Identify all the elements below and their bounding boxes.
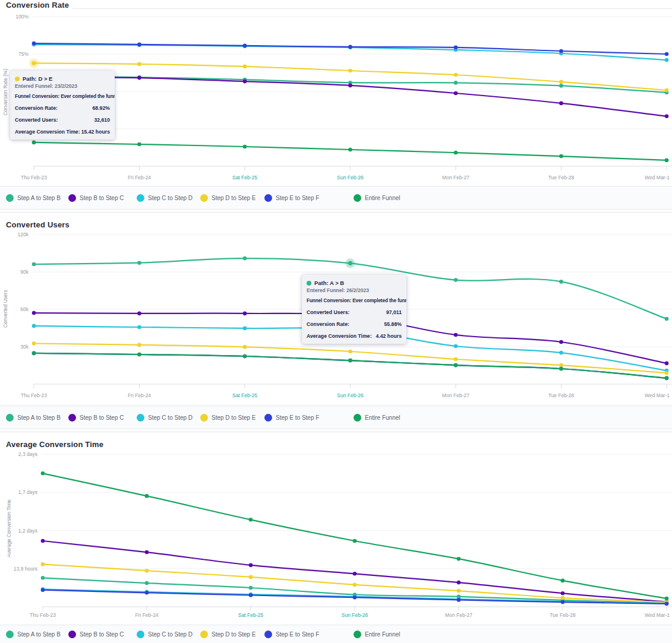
data-point-step-b-to-step-c-tue-feb-28[interactable] <box>559 340 563 344</box>
legend-item-step-e-to-step-f[interactable]: Step E to Step F <box>264 631 354 638</box>
data-point-step-e-to-step-f-fri-feb-24[interactable] <box>145 591 149 595</box>
data-point-step-e-to-step-f-wed-mar-1[interactable] <box>665 602 669 606</box>
data-point-step-d-to-step-e-sun-feb-26[interactable] <box>353 583 357 587</box>
data-point-entire-funnel-sun-feb-26[interactable] <box>353 539 357 543</box>
data-point-step-a-to-step-b-mon-feb-27[interactable] <box>454 81 458 85</box>
legend-item-step-a-to-step-b[interactable]: Step A to Step B <box>6 631 68 638</box>
data-point-step-d-to-step-e-thu-feb-23[interactable] <box>41 562 45 566</box>
data-point-step-b-to-step-c-sun-feb-26[interactable] <box>353 572 357 576</box>
data-point-entire-funnel-fri-feb-24[interactable] <box>137 353 141 357</box>
data-point-step-a-to-step-b-fri-feb-24[interactable] <box>145 581 149 585</box>
legend-item-step-d-to-step-e[interactable]: Step D to Step E <box>200 631 264 638</box>
data-point-entire-funnel-thu-feb-23[interactable] <box>32 141 36 145</box>
data-point-step-a-to-step-b-wed-mar-1[interactable] <box>665 317 669 321</box>
data-point-step-b-to-step-c-fri-feb-24[interactable] <box>137 76 141 80</box>
data-point-step-b-to-step-c-sat-feb-25[interactable] <box>249 563 253 568</box>
data-point-step-e-to-step-f-thu-feb-23[interactable] <box>32 42 36 46</box>
data-point-step-b-to-step-c-wed-mar-1[interactable] <box>665 115 669 119</box>
data-point-step-e-to-step-f-mon-feb-27[interactable] <box>457 598 461 602</box>
data-point-step-e-to-step-f-wed-mar-1[interactable] <box>665 52 669 56</box>
data-point-step-e-to-step-f-fri-feb-24[interactable] <box>137 43 141 47</box>
data-point-step-d-to-step-e-fri-feb-24[interactable] <box>137 62 141 66</box>
data-point-step-c-to-step-d-sat-feb-25[interactable] <box>243 327 247 331</box>
data-point-step-d-to-step-e-wed-mar-1[interactable] <box>665 88 669 93</box>
data-point-step-b-to-step-c-mon-feb-27[interactable] <box>454 91 458 96</box>
legend-item-step-b-to-step-c[interactable]: Step B to Step C <box>68 194 137 202</box>
legend-item-entire-funnel[interactable]: Entire Funnel <box>354 414 425 422</box>
legend-item-step-d-to-step-e[interactable]: Step D to Step E <box>200 414 264 422</box>
legend-item-step-c-to-step-d[interactable]: Step C to Step D <box>137 631 200 638</box>
data-point-entire-funnel-sun-feb-26[interactable] <box>348 148 352 152</box>
legend-item-step-e-to-step-f[interactable]: Step E to Step F <box>264 414 354 422</box>
data-point-entire-funnel-sat-feb-25[interactable] <box>243 145 247 149</box>
data-point-step-e-to-step-f-sun-feb-26[interactable] <box>353 596 357 600</box>
legend-item-step-c-to-step-d[interactable]: Step C to Step D <box>137 194 200 202</box>
data-point-step-d-to-step-e-mon-feb-27[interactable] <box>457 589 461 593</box>
data-point-step-b-to-step-c-thu-feb-23[interactable] <box>41 539 45 543</box>
data-point-step-d-to-step-e-mon-feb-27[interactable] <box>454 357 458 362</box>
data-point-step-d-to-step-e-mon-feb-27[interactable] <box>454 73 458 77</box>
data-point-step-e-to-step-f-sat-feb-25[interactable] <box>243 44 247 48</box>
data-point-entire-funnel-fri-feb-24[interactable] <box>137 142 141 147</box>
data-point-step-e-to-step-f-sun-feb-26[interactable] <box>348 45 352 49</box>
data-point-step-b-to-step-c-mon-feb-27[interactable] <box>454 333 458 337</box>
data-point-entire-funnel-fri-feb-24[interactable] <box>145 494 149 498</box>
legend-item-entire-funnel[interactable]: Entire Funnel <box>354 631 425 638</box>
legend-item-step-b-to-step-c[interactable]: Step B to Step C <box>68 631 137 638</box>
legend-item-step-e-to-step-f[interactable]: Step E to Step F <box>264 194 354 202</box>
data-point-entire-funnel-tue-feb-28[interactable] <box>561 579 565 583</box>
data-point-step-d-to-step-e-thu-feb-23[interactable] <box>32 341 36 346</box>
legend-item-step-a-to-step-b[interactable]: Step A to Step B <box>6 414 68 422</box>
data-point-entire-funnel-sat-feb-25[interactable] <box>243 354 247 359</box>
data-point-entire-funnel-mon-feb-27[interactable] <box>457 557 461 561</box>
data-point-entire-funnel-sat-feb-25[interactable] <box>249 518 253 522</box>
data-point-step-b-to-step-c-mon-feb-27[interactable] <box>457 581 461 585</box>
data-point-step-e-to-step-f-tue-feb-28[interactable] <box>559 49 563 53</box>
data-point-step-e-to-step-f-thu-feb-23[interactable] <box>41 588 45 592</box>
data-point-step-e-to-step-f-sat-feb-25[interactable] <box>249 593 253 597</box>
data-point-step-e-to-step-f-mon-feb-27[interactable] <box>454 46 458 50</box>
data-point-step-a-to-step-b-sat-feb-25[interactable] <box>249 586 253 590</box>
data-point-step-d-to-step-e-tue-feb-28[interactable] <box>561 596 565 600</box>
data-point-step-a-to-step-b-sat-feb-25[interactable] <box>243 256 247 261</box>
data-point-entire-funnel-thu-feb-23[interactable] <box>41 471 45 476</box>
data-point-entire-funnel-tue-feb-28[interactable] <box>559 367 563 371</box>
legend-item-step-b-to-step-c[interactable]: Step B to Step C <box>68 414 137 422</box>
data-point-step-b-to-step-c-wed-mar-1[interactable] <box>665 362 669 366</box>
legend-item-step-a-to-step-b[interactable]: Step A to Step B <box>6 194 68 202</box>
data-point-step-b-to-step-c-fri-feb-24[interactable] <box>137 312 141 316</box>
data-point-step-c-to-step-d-wed-mar-1[interactable] <box>665 58 669 62</box>
data-point-entire-funnel-sun-feb-26[interactable] <box>348 359 352 363</box>
legend-item-step-d-to-step-e[interactable]: Step D to Step E <box>200 194 264 202</box>
data-point-step-d-to-step-e-sat-feb-25[interactable] <box>243 65 247 69</box>
data-point-step-d-to-step-e-fri-feb-24[interactable] <box>145 569 149 573</box>
data-point-step-c-to-step-d-mon-feb-27[interactable] <box>454 344 458 349</box>
data-point-step-d-to-step-e-tue-feb-28[interactable] <box>559 363 563 368</box>
data-point-step-d-to-step-e-tue-feb-28[interactable] <box>559 80 563 84</box>
data-point-step-b-to-step-c-sun-feb-26[interactable] <box>348 84 352 88</box>
data-point-step-a-to-step-b-tue-feb-28[interactable] <box>559 280 563 284</box>
data-point-step-c-to-step-d-tue-feb-28[interactable] <box>559 351 563 355</box>
data-point-step-b-to-step-c-tue-feb-28[interactable] <box>559 102 563 106</box>
data-point-step-d-to-step-e-sun-feb-26[interactable] <box>348 350 352 354</box>
data-point-step-a-to-step-b-tue-feb-28[interactable] <box>559 84 563 88</box>
data-point-entire-funnel-mon-feb-27[interactable] <box>454 151 458 155</box>
data-point-entire-funnel-mon-feb-27[interactable] <box>454 363 458 368</box>
hovered-point-step-d-to-step-e[interactable] <box>31 61 36 65</box>
data-point-step-a-to-step-b-thu-feb-23[interactable] <box>41 576 45 580</box>
data-point-step-e-to-step-f-tue-feb-28[interactable] <box>561 600 565 604</box>
data-point-step-a-to-step-b-fri-feb-24[interactable] <box>137 261 141 265</box>
data-point-step-b-to-step-c-tue-feb-28[interactable] <box>561 591 565 596</box>
data-point-step-b-to-step-c-thu-feb-23[interactable] <box>32 311 36 315</box>
data-point-entire-funnel-thu-feb-23[interactable] <box>32 351 36 356</box>
data-point-entire-funnel-wed-mar-1[interactable] <box>665 159 669 163</box>
data-point-step-d-to-step-e-sat-feb-25[interactable] <box>243 345 247 349</box>
data-point-step-a-to-step-b-mon-feb-27[interactable] <box>454 278 458 282</box>
data-point-step-d-to-step-e-wed-mar-1[interactable] <box>665 371 669 375</box>
legend-item-entire-funnel[interactable]: Entire Funnel <box>354 194 425 202</box>
data-point-entire-funnel-wed-mar-1[interactable] <box>665 376 669 381</box>
data-point-entire-funnel-tue-feb-28[interactable] <box>559 154 563 159</box>
data-point-step-d-to-step-e-sun-feb-26[interactable] <box>348 69 352 73</box>
data-point-step-d-to-step-e-sat-feb-25[interactable] <box>249 575 253 579</box>
data-point-step-b-to-step-c-sat-feb-25[interactable] <box>243 80 247 84</box>
